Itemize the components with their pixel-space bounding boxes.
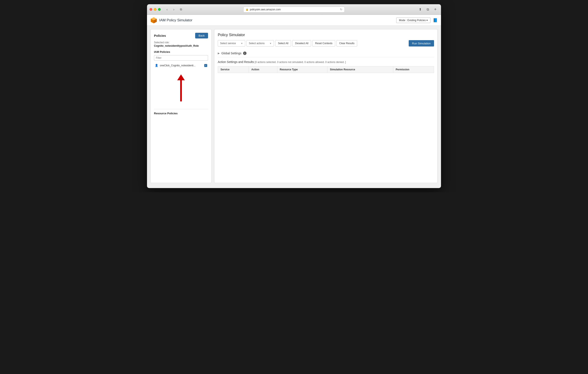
- mode-button[interactable]: Mode : Existing Policies ▾: [396, 18, 430, 23]
- app-title: IAM Policy Simulator: [159, 18, 192, 22]
- forward-nav-icon: ›: [173, 8, 174, 11]
- select-actions-dropdown[interactable]: Select actions ▼: [246, 40, 274, 46]
- share-button[interactable]: ⬆: [417, 6, 423, 13]
- browser-titlebar: ‹ › ⧉ 🔒 policysim.aws.amazon.com ↻ ⬆ ⧉: [147, 4, 441, 15]
- policy-name: oneClick_Cognito_notesidenti...: [160, 64, 202, 67]
- bookmark-icon-button[interactable]: 📘: [433, 18, 438, 23]
- select-actions-chevron: ▼: [270, 42, 272, 45]
- selected-role-label: Selected role:: [154, 41, 208, 44]
- url-text: policysim.aws.amazon.com: [250, 8, 281, 11]
- tab-view-button[interactable]: ⧉: [178, 7, 184, 12]
- action-settings-header: Action Settings and Results [0 actions s…: [218, 60, 434, 64]
- col-simulation-resource: Simulation Resource: [327, 66, 393, 73]
- clear-results-button[interactable]: Clear Results: [336, 40, 357, 46]
- app-header: IAM Policy Simulator Mode : Existing Pol…: [147, 15, 441, 26]
- sidebar-title: Policies: [154, 34, 166, 37]
- col-service: Service: [218, 66, 249, 73]
- resize-button[interactable]: ⧉: [425, 6, 431, 13]
- app-title-area: IAM Policy Simulator: [150, 17, 192, 24]
- tab-view-icon: ⧉: [180, 8, 182, 11]
- minimize-button[interactable]: [154, 8, 157, 11]
- policy-checkbox[interactable]: ✓: [204, 64, 207, 67]
- action-settings-title: Action Settings and Results: [218, 60, 254, 64]
- run-simulation-button[interactable]: Run Simulation: [409, 40, 434, 46]
- back-button[interactable]: Back: [195, 33, 208, 38]
- add-tab-button[interactable]: +: [432, 6, 439, 13]
- select-service-chevron: ▼: [241, 42, 243, 45]
- address-bar-container: 🔒 policysim.aws.amazon.com ↻: [243, 7, 345, 12]
- table-header-row: Service Action Resource Type Simulation …: [218, 66, 434, 73]
- info-icon[interactable]: i: [243, 52, 246, 55]
- sidebar-header: Policies Back: [154, 33, 208, 38]
- action-settings-meta: [0 actions selected. 0 actions not simul…: [255, 61, 346, 64]
- address-bar[interactable]: 🔒 policysim.aws.amazon.com ↻: [243, 7, 345, 12]
- policy-filter-input[interactable]: [154, 55, 208, 61]
- expand-icon[interactable]: ▶: [218, 52, 220, 55]
- bookmark-icon: 📘: [433, 18, 438, 22]
- sidebar: Policies Back Selected role: Cognito_not…: [150, 29, 212, 183]
- forward-nav-button[interactable]: ›: [171, 7, 177, 12]
- refresh-button[interactable]: ↻: [340, 8, 342, 11]
- toolbar: Select service ▼ Select actions ▼ Select…: [218, 40, 434, 46]
- select-all-button[interactable]: Select All: [275, 40, 291, 46]
- resize-icon: ⧉: [427, 8, 429, 11]
- aws-cube-icon: [150, 17, 157, 24]
- iam-policies-section-title: IAM Policies: [154, 50, 208, 53]
- main-content: Policies Back Selected role: Cognito_not…: [147, 26, 441, 186]
- back-nav-icon: ‹: [167, 8, 168, 11]
- browser-window: ‹ › ⧉ 🔒 policysim.aws.amazon.com ↻ ⬆ ⧉: [147, 4, 441, 188]
- main-panel: Policy Simulator Select service ▼ Select…: [214, 29, 438, 183]
- arrow-shaft: [180, 80, 182, 101]
- list-item[interactable]: 👤 oneClick_Cognito_notesidenti... ✓: [154, 63, 208, 68]
- resource-policies-section-title: Resource Policies: [154, 112, 208, 115]
- close-button[interactable]: [149, 8, 152, 11]
- policy-icon: 👤: [155, 64, 158, 67]
- app-container: IAM Policy Simulator Mode : Existing Pol…: [147, 15, 441, 188]
- share-icon: ⬆: [419, 7, 421, 11]
- lock-icon: 🔒: [246, 8, 249, 11]
- mode-button-label: Mode : Existing Policies ▾: [399, 19, 428, 22]
- traffic-lights: [149, 8, 161, 11]
- header-right: Mode : Existing Policies ▾ 📘: [396, 18, 438, 23]
- sidebar-divider: [154, 109, 208, 109]
- global-settings-label: Global Settings: [221, 52, 242, 55]
- col-permission: Permission: [393, 66, 434, 73]
- reset-contexts-button[interactable]: Reset Contexts: [312, 40, 335, 46]
- browser-actions: ⬆ ⧉ +: [417, 6, 439, 13]
- global-settings-row: ▶ Global Settings i: [218, 49, 434, 57]
- col-resource-type: Resource Type: [277, 66, 327, 73]
- select-service-dropdown[interactable]: Select service ▼: [218, 40, 245, 46]
- col-action: Action: [249, 66, 277, 73]
- deselect-all-button[interactable]: Deselect All: [292, 40, 311, 46]
- back-nav-button[interactable]: ‹: [164, 7, 170, 12]
- arrow-head: [177, 74, 185, 80]
- add-tab-icon: +: [434, 7, 437, 12]
- select-actions-label: Select actions: [249, 42, 265, 45]
- panel-title: Policy Simulator: [218, 33, 434, 37]
- nav-buttons: ‹ › ⧉: [164, 7, 184, 12]
- red-arrow: [177, 74, 185, 101]
- results-table: Service Action Resource Type Simulation …: [218, 66, 434, 73]
- annotation-arrow-container: [154, 70, 208, 106]
- selected-role-value: Cognito_notesidentitypoolAuth_Role: [154, 44, 208, 47]
- table-head: Service Action Resource Type Simulation …: [218, 66, 434, 73]
- select-service-label: Select service: [220, 42, 236, 45]
- maximize-button[interactable]: [158, 8, 161, 11]
